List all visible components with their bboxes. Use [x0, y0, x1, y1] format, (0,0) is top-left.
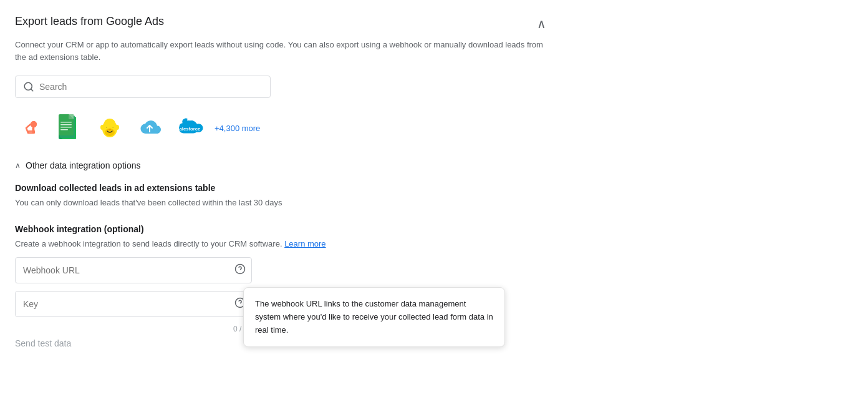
key-input[interactable]: [15, 291, 252, 317]
svg-point-5: [31, 122, 37, 128]
svg-point-28: [104, 119, 115, 129]
other-options-section[interactable]: ∧ Other data integration options: [15, 160, 546, 170]
page-title: Export leads from Google Ads: [15, 15, 164, 28]
search-icon: [23, 81, 34, 92]
svg-point-26: [100, 125, 104, 130]
hubspot-icon[interactable]: [15, 113, 45, 143]
webhook-url-wrapper: [15, 257, 252, 283]
collapse-icon[interactable]: ∧: [537, 16, 546, 31]
download-title: Download collected leads in ad extension…: [15, 183, 546, 193]
integrations-row: salesforce +4,300 more: [15, 113, 546, 143]
cloud-upload-icon[interactable]: [135, 113, 165, 143]
section-label: Other data integration options: [26, 160, 140, 170]
page-subtitle: Connect your CRM or app to automatically…: [15, 39, 546, 63]
download-description: You can only download leads that've been…: [15, 197, 546, 209]
webhook-url-input[interactable]: [15, 257, 252, 283]
svg-rect-8: [28, 130, 29, 134]
svg-text:salesforce: salesforce: [176, 126, 201, 132]
more-integrations-label[interactable]: +4,300 more: [215, 124, 260, 133]
svg-rect-16: [60, 124, 72, 125]
key-wrapper: [15, 291, 252, 317]
learn-more-link[interactable]: Learn more: [284, 239, 326, 248]
webhook-description: Create a webhook integration to send lea…: [15, 238, 546, 250]
svg-point-27: [115, 125, 119, 130]
mailchimp-icon[interactable]: [95, 113, 125, 143]
webhook-url-help-icon[interactable]: [234, 263, 246, 277]
char-count: 0 / 50: [15, 325, 252, 333]
svg-rect-17: [60, 127, 72, 128]
search-box[interactable]: [15, 76, 271, 98]
svg-rect-9: [34, 130, 35, 134]
svg-rect-6: [32, 127, 34, 133]
svg-rect-15: [60, 122, 72, 123]
salesforce-icon[interactable]: salesforce: [175, 113, 205, 143]
search-input[interactable]: [39, 82, 263, 92]
section-chevron-icon: ∧: [15, 161, 21, 170]
webhook-title: Webhook integration (optional): [15, 224, 546, 234]
download-section: Download collected leads in ad extension…: [15, 183, 546, 209]
svg-rect-18: [60, 129, 68, 130]
webhook-input-group: 0 / 50: [15, 257, 252, 333]
tooltip-popup: The webhook URL links to the customer da…: [243, 287, 505, 347]
svg-line-1: [31, 89, 32, 91]
google-sheets-icon[interactable]: [55, 113, 85, 143]
send-test-button[interactable]: Send test data: [15, 338, 71, 348]
